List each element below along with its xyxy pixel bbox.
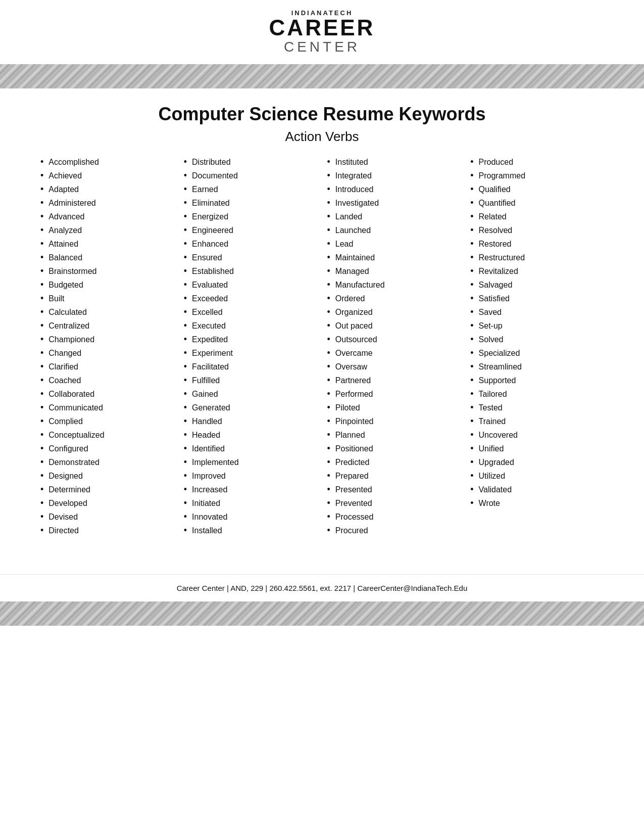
list-item: Quantified [470,198,604,208]
list-item: Excelled [184,307,317,317]
footer-banner [0,601,644,626]
list-item: Handled [184,416,317,427]
list-item: Calculated [40,307,174,317]
list-item: Developed [40,498,174,508]
career-label: CAREER [269,17,375,39]
list-item: Balanced [40,252,174,263]
list-item: Championed [40,334,174,345]
list-item: Investigated [327,198,461,208]
list-item: Managed [327,266,461,276]
list-item: Devised [40,512,174,522]
list-item: Restored [470,239,604,249]
list-item: Directed [40,525,174,536]
list-item: Clarified [40,361,174,372]
list-item: Organized [327,307,461,317]
list-item: Tested [470,402,604,413]
list-item: Uncovered [470,430,604,440]
list-item: Related [470,211,604,222]
footer-text: Career Center | AND, 229 | 260.422.5561,… [177,584,468,592]
section-title: Action Verbs [40,129,604,145]
list-item: Adapted [40,184,174,195]
list-item: Brainstormed [40,266,174,276]
list-item: Identified [184,443,317,454]
list-item: Resolved [470,225,604,236]
list-item: Qualified [470,184,604,195]
list-item: Outsourced [327,334,461,345]
list-item: Communicated [40,402,174,413]
list-item: Analyzed [40,225,174,236]
footer: Career Center | AND, 229 | 260.422.5561,… [0,574,644,597]
list-item: Collaborated [40,389,174,399]
list-item: Oversaw [327,361,461,372]
list-item: Fulfilled [184,375,317,386]
list-item: Determined [40,484,174,495]
list-item: Achieved [40,170,174,181]
list-item: Evaluated [184,280,317,290]
list-item: Coached [40,375,174,386]
list-item: Changed [40,348,174,358]
list-item: Gained [184,389,317,399]
list-item: Tailored [470,389,604,399]
list-item: Launched [327,225,461,236]
list-item: Advanced [40,211,174,222]
list-item: Built [40,293,174,304]
list-item: Configured [40,443,174,454]
list-item: Partnered [327,375,461,386]
list-item: Installed [184,525,317,536]
list-item: Out paced [327,320,461,331]
list-item: Prevented [327,498,461,508]
list-item: Established [184,266,317,276]
header-banner [0,64,644,88]
list-item: Presented [327,484,461,495]
list-item: Demonstrated [40,457,174,468]
list-item: Documented [184,170,317,181]
list-item: Integrated [327,170,461,181]
list-item: Satisfied [470,293,604,304]
list-item: Centralized [40,320,174,331]
list-item: Landed [327,211,461,222]
list-item: Ordered [327,293,461,304]
main-content: Computer Science Resume Keywords Action … [0,88,644,564]
list-item: Restructured [470,252,604,263]
list-item: Improved [184,471,317,481]
list-item: Manufactured [327,280,461,290]
column-1: AccomplishedAchievedAdaptedAdministeredA… [40,157,174,539]
list-item: Eliminated [184,198,317,208]
list-item: Attained [40,239,174,249]
list-item: Set-up [470,320,604,331]
list-item: Initiated [184,498,317,508]
list-item: Designed [40,471,174,481]
list-item: Implemented [184,457,317,468]
list-item: Streamlined [470,361,604,372]
list-item: Facilitated [184,361,317,372]
list-item: Administered [40,198,174,208]
list-item: Introduced [327,184,461,195]
list-item: Procured [327,525,461,536]
list-item: Planned [327,430,461,440]
list-item: Innovated [184,512,317,522]
list-item: Instituted [327,157,461,167]
list-item: Ensured [184,252,317,263]
list-item: Earned [184,184,317,195]
list-item: Headed [184,430,317,440]
list-item: Accomplished [40,157,174,167]
list-item: Overcame [327,348,461,358]
list-item: Unified [470,443,604,454]
list-item: Utilized [470,471,604,481]
list-item: Maintained [327,252,461,263]
list-item: Increased [184,484,317,495]
column-4: ProducedProgrammedQualifiedQuantifiedRel… [470,157,604,539]
list-item: Revitalized [470,266,604,276]
list-item: Pinpointed [327,416,461,427]
list-item: Saved [470,307,604,317]
list-item: Programmed [470,170,604,181]
column-2: DistributedDocumentedEarnedEliminatedEne… [184,157,317,539]
list-item: Performed [327,389,461,399]
list-item: Trained [470,416,604,427]
list-item: Distributed [184,157,317,167]
list-item: Positioned [327,443,461,454]
list-item: Specialized [470,348,604,358]
list-item: Generated [184,402,317,413]
list-item: Produced [470,157,604,167]
list-item: Exceeded [184,293,317,304]
